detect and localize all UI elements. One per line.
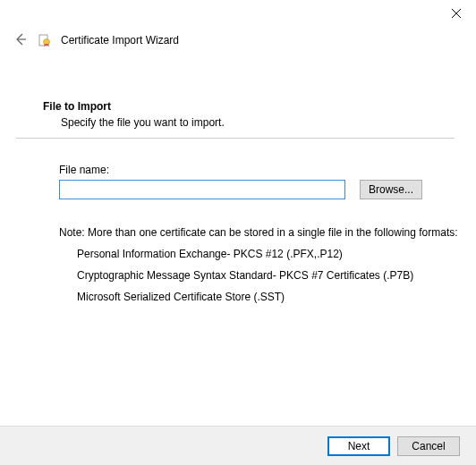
file-name-label: File name: (59, 164, 458, 176)
cancel-button[interactable]: Cancel (397, 436, 460, 456)
format-item: Cryptographic Message Syntax Standard- P… (59, 269, 458, 282)
wizard-title: Certificate Import Wizard (61, 34, 179, 46)
format-item: Personal Information Exchange- PKCS #12 … (59, 248, 458, 260)
note-intro: Note: More than one certificate can be s… (59, 226, 458, 239)
next-button[interactable]: Next (327, 436, 390, 456)
content-area: File to Import Specify the file you want… (0, 48, 476, 303)
browse-button[interactable]: Browse... (360, 180, 422, 199)
certificate-icon (38, 33, 52, 47)
format-item: Microsoft Serialized Certificate Store (… (59, 291, 458, 303)
file-name-input[interactable] (59, 180, 345, 199)
page-subheading: Specify the file you want to import. (43, 113, 458, 129)
close-button[interactable] (447, 5, 465, 23)
divider (16, 138, 455, 139)
back-arrow-icon (13, 32, 28, 49)
footer-bar: Next Cancel (0, 426, 476, 465)
close-icon (451, 8, 462, 21)
back-button[interactable] (13, 32, 29, 48)
wizard-header: Certificate Import Wizard (0, 0, 476, 48)
page-heading: File to Import (43, 100, 458, 113)
